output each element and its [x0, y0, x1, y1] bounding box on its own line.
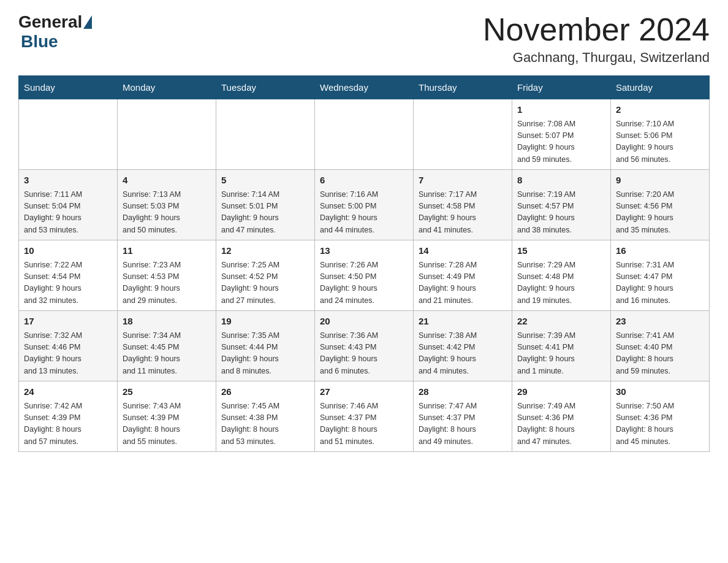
weekday-header-wednesday: Wednesday — [315, 76, 414, 99]
day-info: Sunrise: 7:23 AM Sunset: 4:53 PM Dayligh… — [123, 259, 211, 307]
day-number: 10 — [24, 244, 112, 258]
weekday-header-monday: Monday — [118, 76, 216, 99]
day-info: Sunrise: 7:46 AM Sunset: 4:37 PM Dayligh… — [320, 400, 408, 448]
month-title: November 2024 — [483, 12, 710, 47]
calendar-day-cell: 11Sunrise: 7:23 AM Sunset: 4:53 PM Dayli… — [118, 240, 216, 311]
calendar-week-row: 24Sunrise: 7:42 AM Sunset: 4:39 PM Dayli… — [19, 381, 710, 452]
calendar-day-cell: 21Sunrise: 7:38 AM Sunset: 4:42 PM Dayli… — [414, 311, 512, 381]
day-number: 18 — [123, 315, 211, 329]
calendar-week-row: 17Sunrise: 7:32 AM Sunset: 4:46 PM Dayli… — [19, 311, 710, 381]
calendar-day-cell: 8Sunrise: 7:19 AM Sunset: 4:57 PM Daylig… — [512, 170, 611, 240]
calendar-day-cell: 24Sunrise: 7:42 AM Sunset: 4:39 PM Dayli… — [19, 381, 118, 452]
day-info: Sunrise: 7:49 AM Sunset: 4:36 PM Dayligh… — [517, 400, 605, 448]
day-number: 3 — [24, 174, 112, 188]
day-number: 2 — [616, 103, 704, 117]
calendar-day-cell: 2Sunrise: 7:10 AM Sunset: 5:06 PM Daylig… — [611, 99, 710, 170]
day-info: Sunrise: 7:13 AM Sunset: 5:03 PM Dayligh… — [123, 189, 211, 237]
day-number: 22 — [517, 315, 605, 329]
day-number: 14 — [419, 244, 507, 258]
day-info: Sunrise: 7:28 AM Sunset: 4:49 PM Dayligh… — [419, 259, 507, 307]
calendar-day-cell: 16Sunrise: 7:31 AM Sunset: 4:47 PM Dayli… — [611, 240, 710, 311]
day-number: 13 — [320, 244, 408, 258]
day-info: Sunrise: 7:35 AM Sunset: 4:44 PM Dayligh… — [221, 330, 309, 378]
day-number: 16 — [616, 244, 704, 258]
calendar-day-cell — [315, 99, 414, 170]
calendar-day-cell: 12Sunrise: 7:25 AM Sunset: 4:52 PM Dayli… — [216, 240, 315, 311]
day-info: Sunrise: 7:38 AM Sunset: 4:42 PM Dayligh… — [419, 330, 507, 378]
day-info: Sunrise: 7:16 AM Sunset: 5:00 PM Dayligh… — [320, 189, 408, 237]
calendar-day-cell — [118, 99, 216, 170]
calendar-day-cell — [414, 99, 512, 170]
calendar-day-cell: 4Sunrise: 7:13 AM Sunset: 5:03 PM Daylig… — [118, 170, 216, 240]
calendar-day-cell: 6Sunrise: 7:16 AM Sunset: 5:00 PM Daylig… — [315, 170, 414, 240]
calendar-day-cell: 15Sunrise: 7:29 AM Sunset: 4:48 PM Dayli… — [512, 240, 611, 311]
day-number: 25 — [123, 385, 211, 399]
calendar-day-cell: 22Sunrise: 7:39 AM Sunset: 4:41 PM Dayli… — [512, 311, 611, 381]
calendar-day-cell: 5Sunrise: 7:14 AM Sunset: 5:01 PM Daylig… — [216, 170, 315, 240]
day-info: Sunrise: 7:17 AM Sunset: 4:58 PM Dayligh… — [419, 189, 507, 237]
calendar-day-cell: 23Sunrise: 7:41 AM Sunset: 4:40 PM Dayli… — [611, 311, 710, 381]
weekday-header-saturday: Saturday — [611, 76, 710, 99]
day-number: 28 — [419, 385, 507, 399]
day-info: Sunrise: 7:29 AM Sunset: 4:48 PM Dayligh… — [517, 259, 605, 307]
logo-area: General Blue — [18, 12, 93, 52]
day-number: 11 — [123, 244, 211, 258]
day-info: Sunrise: 7:36 AM Sunset: 4:43 PM Dayligh… — [320, 330, 408, 378]
logo: General — [18, 12, 93, 32]
day-number: 7 — [419, 174, 507, 188]
day-number: 17 — [24, 315, 112, 329]
day-info: Sunrise: 7:45 AM Sunset: 4:38 PM Dayligh… — [221, 400, 309, 448]
weekday-header-row: SundayMondayTuesdayWednesdayThursdayFrid… — [19, 76, 710, 99]
weekday-header-tuesday: Tuesday — [216, 76, 315, 99]
day-info: Sunrise: 7:47 AM Sunset: 4:37 PM Dayligh… — [419, 400, 507, 448]
calendar-week-row: 10Sunrise: 7:22 AM Sunset: 4:54 PM Dayli… — [19, 240, 710, 311]
calendar-week-row: 1Sunrise: 7:08 AM Sunset: 5:07 PM Daylig… — [19, 99, 710, 170]
weekday-header-sunday: Sunday — [19, 76, 118, 99]
day-number: 5 — [221, 174, 309, 188]
day-info: Sunrise: 7:39 AM Sunset: 4:41 PM Dayligh… — [517, 330, 605, 378]
day-number: 4 — [123, 174, 211, 188]
day-number: 6 — [320, 174, 408, 188]
calendar-day-cell: 25Sunrise: 7:43 AM Sunset: 4:39 PM Dayli… — [118, 381, 216, 452]
day-info: Sunrise: 7:25 AM Sunset: 4:52 PM Dayligh… — [221, 259, 309, 307]
day-info: Sunrise: 7:32 AM Sunset: 4:46 PM Dayligh… — [24, 330, 112, 378]
calendar-day-cell: 20Sunrise: 7:36 AM Sunset: 4:43 PM Dayli… — [315, 311, 414, 381]
calendar-day-cell: 18Sunrise: 7:34 AM Sunset: 4:45 PM Dayli… — [118, 311, 216, 381]
calendar-day-cell: 19Sunrise: 7:35 AM Sunset: 4:44 PM Dayli… — [216, 311, 315, 381]
calendar-day-cell: 13Sunrise: 7:26 AM Sunset: 4:50 PM Dayli… — [315, 240, 414, 311]
weekday-header-thursday: Thursday — [414, 76, 512, 99]
calendar-day-cell: 27Sunrise: 7:46 AM Sunset: 4:37 PM Dayli… — [315, 381, 414, 452]
day-info: Sunrise: 7:08 AM Sunset: 5:07 PM Dayligh… — [517, 118, 605, 166]
weekday-header-friday: Friday — [512, 76, 611, 99]
calendar-day-cell: 10Sunrise: 7:22 AM Sunset: 4:54 PM Dayli… — [19, 240, 118, 311]
calendar-table: SundayMondayTuesdayWednesdayThursdayFrid… — [18, 75, 710, 452]
day-info: Sunrise: 7:42 AM Sunset: 4:39 PM Dayligh… — [24, 400, 112, 448]
day-number: 8 — [517, 174, 605, 188]
calendar-day-cell — [216, 99, 315, 170]
day-info: Sunrise: 7:26 AM Sunset: 4:50 PM Dayligh… — [320, 259, 408, 307]
calendar-day-cell: 14Sunrise: 7:28 AM Sunset: 4:49 PM Dayli… — [414, 240, 512, 311]
day-info: Sunrise: 7:22 AM Sunset: 4:54 PM Dayligh… — [24, 259, 112, 307]
day-number: 23 — [616, 315, 704, 329]
logo-triangle-icon — [83, 15, 92, 29]
logo-general-text: General — [18, 12, 82, 32]
day-number: 24 — [24, 385, 112, 399]
calendar-day-cell: 28Sunrise: 7:47 AM Sunset: 4:37 PM Dayli… — [414, 381, 512, 452]
day-number: 27 — [320, 385, 408, 399]
calendar-day-cell: 1Sunrise: 7:08 AM Sunset: 5:07 PM Daylig… — [512, 99, 611, 170]
day-info: Sunrise: 7:41 AM Sunset: 4:40 PM Dayligh… — [616, 330, 704, 378]
day-info: Sunrise: 7:31 AM Sunset: 4:47 PM Dayligh… — [616, 259, 704, 307]
day-number: 9 — [616, 174, 704, 188]
calendar-day-cell: 29Sunrise: 7:49 AM Sunset: 4:36 PM Dayli… — [512, 381, 611, 452]
day-number: 15 — [517, 244, 605, 258]
day-info: Sunrise: 7:11 AM Sunset: 5:04 PM Dayligh… — [24, 189, 112, 237]
day-info: Sunrise: 7:19 AM Sunset: 4:57 PM Dayligh… — [517, 189, 605, 237]
calendar-week-row: 3Sunrise: 7:11 AM Sunset: 5:04 PM Daylig… — [19, 170, 710, 240]
day-info: Sunrise: 7:10 AM Sunset: 5:06 PM Dayligh… — [616, 118, 704, 166]
day-info: Sunrise: 7:14 AM Sunset: 5:01 PM Dayligh… — [221, 189, 309, 237]
calendar-day-cell: 26Sunrise: 7:45 AM Sunset: 4:38 PM Dayli… — [216, 381, 315, 452]
day-info: Sunrise: 7:43 AM Sunset: 4:39 PM Dayligh… — [123, 400, 211, 448]
day-number: 12 — [221, 244, 309, 258]
calendar-day-cell: 7Sunrise: 7:17 AM Sunset: 4:58 PM Daylig… — [414, 170, 512, 240]
day-info: Sunrise: 7:34 AM Sunset: 4:45 PM Dayligh… — [123, 330, 211, 378]
